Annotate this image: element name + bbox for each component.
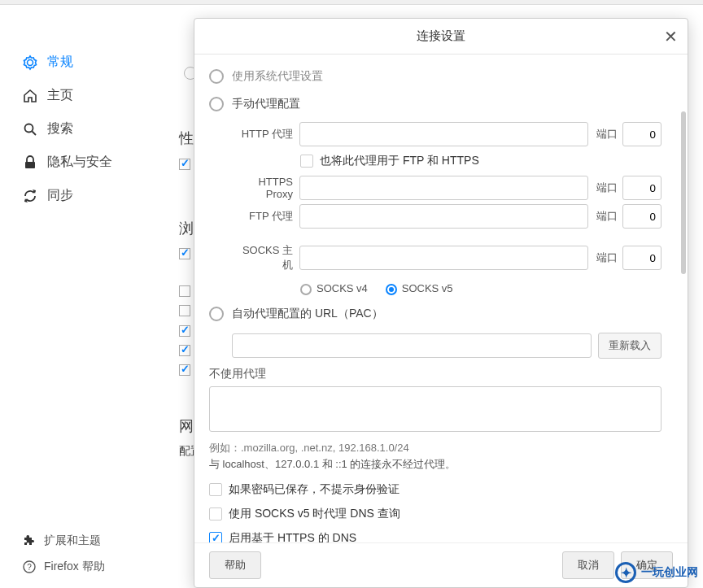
sidebar-item-general[interactable]: 常规 xyxy=(11,46,171,79)
radio-icon xyxy=(209,69,224,84)
gear-icon xyxy=(21,54,39,71)
pac-url-input[interactable] xyxy=(232,333,592,358)
sidebar-item-sync[interactable]: 同步 xyxy=(11,179,171,212)
no-proxy-example: 例如：.mozilla.org, .net.nz, 192.168.1.0/24 xyxy=(209,441,662,455)
dialog-title-bar: 连接设置 ✕ xyxy=(194,19,688,54)
option-system-proxy[interactable]: 使用系统代理设置 xyxy=(209,63,662,90)
no-proxy-textarea[interactable] xyxy=(209,386,662,432)
http-proxy-input[interactable] xyxy=(299,122,588,146)
bg-check xyxy=(179,159,190,170)
socks-host-label: SOCKS 主机 xyxy=(232,243,293,272)
port-label: 端口 xyxy=(596,209,618,224)
option-manual-proxy[interactable]: 手动代理配置 xyxy=(209,90,662,118)
bg-check xyxy=(179,285,190,297)
bg-check xyxy=(179,325,190,337)
checkbox-also-ftp-https[interactable] xyxy=(300,155,313,168)
sidebar-item-label: 主页 xyxy=(47,87,73,104)
sidebar-item-home[interactable]: 主页 xyxy=(11,79,171,112)
sidebar-item-label: 隐私与安全 xyxy=(47,154,112,171)
port-label: 端口 xyxy=(596,250,618,265)
socks-v4-option[interactable]: SOCKS v4 xyxy=(300,282,368,294)
svg-rect-2 xyxy=(25,162,35,168)
socks-host-input[interactable] xyxy=(299,246,588,270)
sidebar-item-label: 同步 xyxy=(47,187,73,204)
port-label: 端口 xyxy=(596,127,618,142)
https-proxy-label: HTTPS Proxy xyxy=(232,176,293,200)
socks-port-input[interactable] xyxy=(622,246,662,270)
port-label: 端口 xyxy=(596,181,618,195)
close-icon[interactable]: ✕ xyxy=(664,27,678,46)
sidebar-item-search[interactable]: 搜索 xyxy=(11,112,171,146)
no-proxy-note: 与 localhost、127.0.0.1 和 ::1 的连接永不经过代理。 xyxy=(209,457,662,472)
sidebar-item-extensions[interactable]: 扩展和主题 xyxy=(11,528,115,554)
bg-check xyxy=(179,345,190,356)
sidebar-item-label: 扩展和主题 xyxy=(44,534,101,548)
search-icon xyxy=(21,121,39,137)
ok-button[interactable]: 确定 xyxy=(621,551,673,579)
ftp-proxy-input[interactable] xyxy=(299,204,588,229)
radio-icon xyxy=(386,284,397,295)
https-proxy-input[interactable] xyxy=(299,176,588,200)
sidebar-item-label: 常规 xyxy=(47,54,73,71)
puzzle-icon xyxy=(21,534,37,547)
radio-icon xyxy=(209,97,224,111)
radio-icon xyxy=(300,284,312,295)
checkbox-save-pwd[interactable] xyxy=(209,483,222,496)
socks-v5-option[interactable]: SOCKS v5 xyxy=(386,282,453,294)
cancel-button[interactable]: 取消 xyxy=(562,551,614,579)
sidebar-item-help[interactable]: ? Firefox 帮助 xyxy=(11,554,115,580)
reload-button[interactable]: 重新载入 xyxy=(598,333,662,359)
http-port-input[interactable] xyxy=(622,122,662,146)
checkbox-doh-enable[interactable] xyxy=(209,532,222,542)
no-proxy-label: 不使用代理 xyxy=(209,367,662,381)
https-port-input[interactable] xyxy=(622,176,662,200)
svg-point-0 xyxy=(25,124,33,132)
ftp-proxy-label: FTP 代理 xyxy=(232,209,293,224)
bg-check xyxy=(179,248,190,259)
help-icon: ? xyxy=(21,560,37,573)
bg-check xyxy=(179,305,190,316)
connection-settings-dialog: 连接设置 ✕ 使用系统代理设置 手动代理配置 HTTP 代理 端口 也将此代理用… xyxy=(194,18,688,588)
radio-icon xyxy=(209,307,224,321)
scrollbar-thumb[interactable] xyxy=(681,111,686,274)
dialog-title: 连接设置 xyxy=(417,28,465,42)
checkbox-socks-dns[interactable] xyxy=(209,507,222,520)
help-button[interactable]: 帮助 xyxy=(209,551,261,579)
svg-line-1 xyxy=(33,131,37,135)
sidebar-item-privacy[interactable]: 隐私与安全 xyxy=(11,146,171,179)
sidebar-item-label: Firefox 帮助 xyxy=(44,560,105,574)
bg-check xyxy=(179,364,190,376)
home-icon xyxy=(21,88,39,104)
svg-text:?: ? xyxy=(27,563,32,572)
http-proxy-label: HTTP 代理 xyxy=(232,127,293,142)
option-pac[interactable]: 自动代理配置的 URL（PAC） xyxy=(209,300,662,328)
ftp-port-input[interactable] xyxy=(622,204,662,229)
sync-icon xyxy=(21,188,39,204)
lock-icon xyxy=(21,155,39,171)
sidebar-item-label: 搜索 xyxy=(47,120,73,137)
